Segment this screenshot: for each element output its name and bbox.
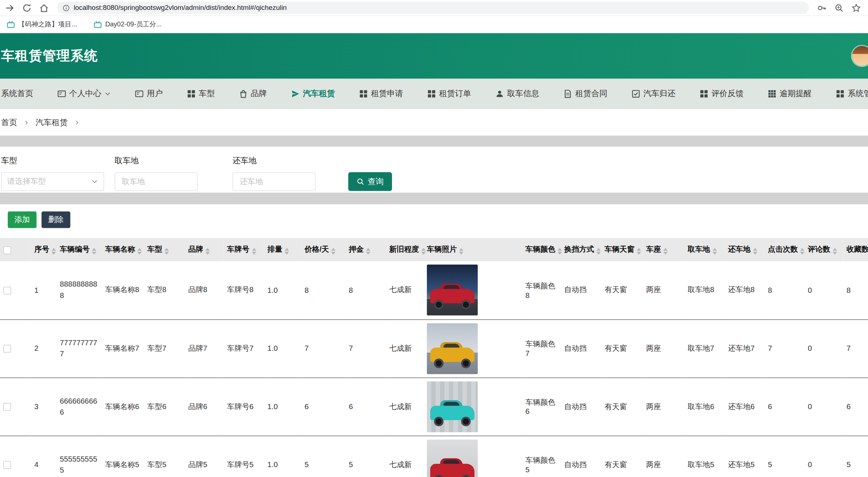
column-header[interactable]: 车辆名称 [102, 238, 144, 261]
sort-icon[interactable] [459, 248, 464, 255]
key-icon[interactable] [817, 3, 827, 12]
sort-icon[interactable] [51, 248, 56, 255]
nav-item-car-return[interactable]: 汽车归还 [620, 88, 688, 99]
column-header[interactable]: 车辆编号 [57, 238, 102, 261]
cell-num: 1 [31, 261, 56, 319]
sort-icon[interactable] [753, 248, 757, 255]
home-icon[interactable] [39, 3, 49, 12]
search-button[interactable]: 查询 [348, 172, 392, 191]
sort-icon[interactable] [637, 248, 641, 255]
pickup-input[interactable] [121, 176, 192, 186]
avatar[interactable] [852, 46, 868, 66]
cell-seats: 两座 [643, 436, 684, 477]
sort-icon[interactable] [596, 248, 601, 255]
dropoff-input[interactable] [239, 176, 309, 186]
nav-item-rental-application[interactable]: 租赁申请 [347, 88, 415, 99]
cell-photo [424, 436, 522, 477]
reload-icon[interactable] [22, 3, 32, 12]
column-header[interactable]: 车牌号 [224, 238, 264, 261]
sort-icon[interactable] [252, 248, 256, 255]
delete-button[interactable]: 删除 [41, 211, 70, 228]
column-header[interactable]: 还车地 [725, 238, 765, 261]
sort-icon[interactable] [331, 248, 335, 255]
sort-icon[interactable] [800, 248, 805, 255]
address-bar[interactable]: localhost:8080/springbootswg2vlom/admin/… [57, 2, 809, 14]
cell-dropoff: 还车地6 [725, 378, 765, 436]
nav-item-feedback[interactable]: 评价反馈 [688, 88, 756, 99]
nav-item-pickup-info[interactable]: 取车信息 [483, 88, 552, 99]
column-header[interactable]: 押金 [345, 238, 386, 261]
url-text[interactable]: localhost:8080/springbootswg2vlom/admin/… [74, 4, 287, 12]
tv-icon [7, 20, 15, 29]
bookmark-label: 【码神之路】项目... [18, 20, 77, 29]
column-header[interactable]: 品牌 [185, 238, 224, 261]
sort-icon[interactable] [284, 248, 289, 255]
cell-code: 7777777777 [57, 319, 102, 377]
zoom-in-icon[interactable] [834, 3, 844, 12]
bookmark-item[interactable]: 【码神之路】项目... [7, 20, 77, 29]
nav-item-label: 系统管理 [848, 88, 868, 99]
bookmark-item[interactable]: Day02-09-员工分... [94, 20, 162, 29]
column-header[interactable]: 排量 [264, 238, 301, 261]
column-header[interactable]: 车型 [144, 238, 185, 261]
car-photo[interactable] [427, 439, 478, 477]
forward-icon[interactable] [5, 3, 15, 12]
tv-icon [94, 20, 102, 29]
car-photo[interactable] [427, 323, 478, 374]
nav-item-rental-order[interactable]: 租赁订单 [415, 88, 483, 99]
nav-item-label: 品牌 [251, 88, 267, 99]
sort-icon[interactable] [712, 248, 717, 255]
column-header[interactable]: 新旧程度 [386, 238, 424, 261]
cell-clicks: 6 [765, 378, 805, 436]
box-check-icon [632, 90, 640, 98]
car-photo[interactable] [427, 265, 478, 316]
column-header[interactable]: 车辆颜色 [522, 238, 561, 261]
cell-displacement: 1.0 [264, 378, 301, 436]
column-header[interactable]: 取车地 [684, 238, 725, 261]
column-header[interactable]: 价格/天 [301, 238, 346, 261]
column-header[interactable]: 换挡方式 [561, 238, 601, 261]
sort-icon[interactable] [663, 248, 668, 255]
nav-item-brand[interactable]: 品牌 [227, 88, 279, 99]
sort-icon[interactable] [558, 248, 562, 255]
row-checkbox[interactable] [3, 403, 11, 411]
row-checkbox[interactable] [3, 287, 11, 294]
nav-item-overdue-reminder[interactable]: 逾期提醒 [756, 88, 824, 99]
column-header[interactable]: 收藏数 [843, 238, 868, 261]
cell-price: 7 [301, 319, 346, 377]
table-row: 3 6666666666 车辆名称6 车型6 品牌6 车牌号6 1.0 6 6 … [0, 378, 868, 436]
car-photo[interactable] [427, 381, 478, 432]
column-header[interactable]: 车座 [643, 238, 684, 261]
star-icon[interactable] [851, 3, 861, 12]
row-checkbox[interactable] [3, 461, 11, 469]
sort-icon[interactable] [206, 248, 210, 255]
info-icon[interactable] [62, 4, 70, 11]
nav-item-system-management[interactable]: 系统管理 [824, 88, 868, 99]
column-header[interactable]: 序号 [31, 238, 56, 261]
sort-icon[interactable] [421, 248, 426, 255]
sort-icon[interactable] [164, 248, 169, 255]
add-button[interactable]: 添加 [8, 211, 36, 228]
nav-item-rental-contract[interactable]: 租赁合同 [551, 88, 620, 99]
row-checkbox[interactable] [3, 345, 11, 353]
sort-icon[interactable] [137, 248, 142, 255]
sort-icon[interactable] [832, 248, 837, 255]
nav-item-system-home[interactable]: 系统首页 [0, 88, 46, 99]
nav-item-car-rental[interactable]: 汽车租赁 [279, 88, 347, 99]
table-row: 1 8888888888 车辆名称8 车型8 品牌8 车牌号8 1.0 8 8 … [0, 261, 868, 319]
nav-item-personal-center[interactable]: 个人中心 [46, 88, 123, 99]
vehicle-type-select[interactable]: 请选择车型 [1, 172, 104, 191]
nav-item-vehicle-type[interactable]: 车型 [175, 88, 227, 99]
column-header[interactable]: 车辆照片 [424, 238, 522, 261]
cell-clicks: 8 [765, 261, 805, 319]
sort-icon[interactable] [366, 248, 370, 255]
column-header[interactable]: 评论数 [805, 238, 843, 261]
column-header[interactable]: 点击次数 [765, 238, 805, 261]
breadcrumb-home[interactable]: 首页 [1, 117, 17, 128]
cell-sunroof: 有天窗 [601, 436, 643, 477]
select-all-checkbox[interactable] [3, 246, 11, 254]
column-header[interactable]: 车辆天窗 [601, 238, 643, 261]
nav-item-users[interactable]: 用户 [123, 88, 175, 99]
sort-icon[interactable] [92, 248, 96, 255]
cell-brand: 品牌5 [185, 436, 224, 477]
